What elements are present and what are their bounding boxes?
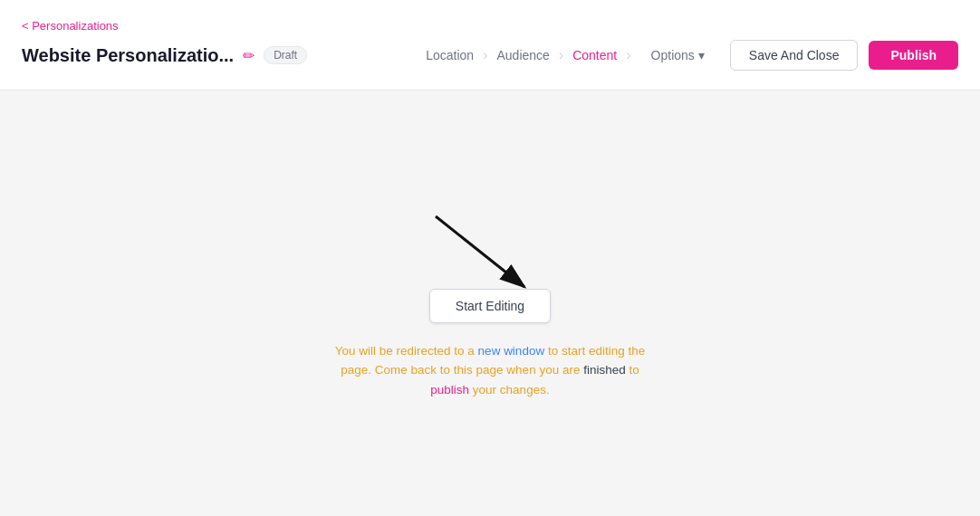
back-link[interactable]: < Personalizations — [22, 19, 119, 33]
separator-3: › — [626, 47, 630, 63]
svg-line-1 — [436, 216, 524, 287]
step-options[interactable]: Options ▾ — [640, 41, 716, 70]
save-and-close-button[interactable]: Save And Close — [730, 40, 859, 71]
redirect-text-part5: to — [626, 363, 639, 377]
arrow-container — [399, 207, 581, 298]
arrow-graphic — [399, 207, 581, 307]
step-location[interactable]: Location — [426, 48, 474, 62]
center-area: Start Editing You will be redirected to … — [335, 207, 645, 400]
edit-icon[interactable]: ✏ — [243, 47, 255, 64]
title-nav-row: Website Personalizatio... ✏ Draft Locati… — [22, 40, 958, 71]
redirect-text-part1: You will be redirected to a — [335, 344, 478, 358]
page-title: Website Personalizatio... — [22, 45, 234, 66]
main-content: Start Editing You will be redirected to … — [0, 91, 980, 516]
step-content[interactable]: Content — [572, 48, 617, 62]
step-audience[interactable]: Audience — [496, 48, 549, 62]
redirect-text-part6: publish — [430, 383, 469, 397]
title-left: Website Personalizatio... ✏ Draft — [22, 45, 307, 66]
separator-1: › — [483, 47, 487, 63]
redirect-text-part2: new window — [478, 344, 545, 358]
header-actions: Save And Close Publish — [730, 40, 958, 71]
redirect-message: You will be redirected to a new window t… — [335, 341, 645, 400]
breadcrumb-row: < Personalizations — [22, 19, 958, 33]
separator-2: › — [559, 47, 563, 63]
redirect-text-part4: finished — [583, 363, 626, 377]
nav-steps: Location › Audience › Content › Options … — [426, 41, 716, 70]
publish-button[interactable]: Publish — [869, 41, 958, 70]
draft-badge: Draft — [264, 46, 307, 64]
page-header: < Personalizations Website Personalizati… — [0, 0, 980, 91]
redirect-text-part7: your changes. — [469, 383, 550, 397]
nav-actions: Location › Audience › Content › Options … — [426, 40, 958, 71]
chevron-down-icon: ▾ — [698, 48, 705, 62]
